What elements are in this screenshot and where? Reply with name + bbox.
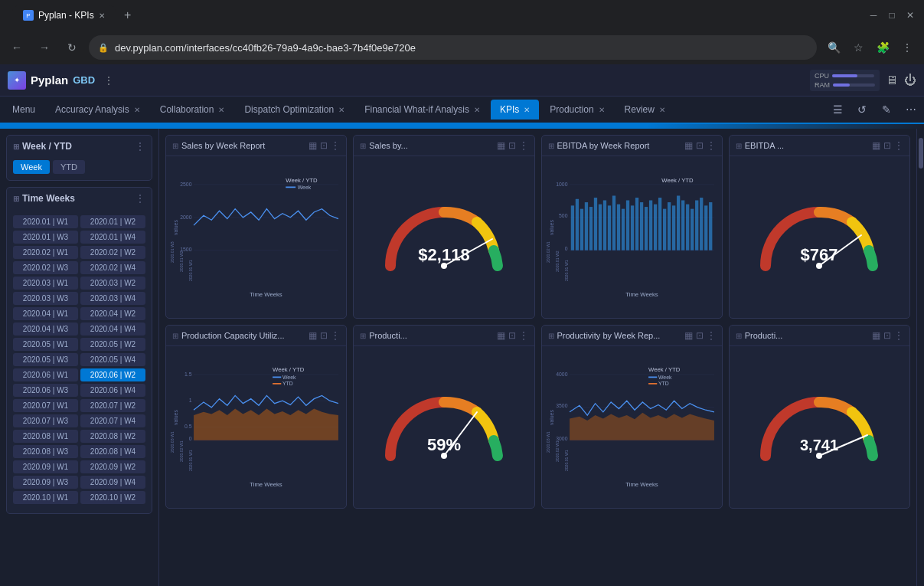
week-chip[interactable]: 2020.08 | W1	[13, 430, 78, 443]
gauge-more-icon[interactable]: ⋮	[519, 140, 528, 151]
card-table-icon[interactable]: ▦	[309, 140, 317, 151]
week-chip[interactable]: 2020.04 | W2	[80, 307, 145, 320]
producti-copy-icon[interactable]: ⊡	[508, 330, 516, 341]
ebitda-gauge-more-icon[interactable]: ⋮	[894, 140, 903, 151]
tab-dispatch-close[interactable]: ✕	[338, 106, 344, 114]
producti2-table-icon[interactable]: ▦	[872, 330, 880, 341]
ebitda-copy-icon[interactable]: ⊡	[696, 140, 704, 151]
minimize-btn[interactable]: ─	[866, 8, 881, 23]
producti-more-icon[interactable]: ⋮	[519, 330, 528, 341]
ebitda-more-icon[interactable]: ⋮	[707, 140, 716, 151]
menu-icon[interactable]: ⋮	[896, 37, 918, 58]
week-chip[interactable]: 2020.06 | W3	[13, 384, 78, 397]
card-more-icon[interactable]: ⋮	[331, 140, 340, 151]
tab-production-close[interactable]: ✕	[599, 106, 605, 114]
monitor-icon[interactable]: 🖥	[886, 74, 898, 87]
tab-refresh-btn[interactable]: ↺	[852, 100, 872, 119]
week-chip[interactable]: 2020.03 | W3	[13, 292, 78, 305]
search-icon[interactable]: 🔍	[823, 37, 844, 58]
right-scrollbar[interactable]	[916, 129, 924, 586]
ebitda-table-icon[interactable]: ▦	[684, 140, 693, 151]
week-chip[interactable]: 2020.02 | W2	[80, 246, 145, 259]
week-chip[interactable]: 2020.01 | W4	[80, 231, 145, 244]
week-chip[interactable]: 2020.09 | W1	[13, 460, 78, 473]
bookmark-icon[interactable]: ☆	[847, 37, 869, 58]
tab-financial[interactable]: Financial What-if Analysis ✕	[355, 100, 489, 119]
back-button[interactable]: ←	[6, 37, 28, 58]
producti2-more-icon[interactable]: ⋮	[894, 330, 903, 341]
productivity-table-icon[interactable]: ▦	[684, 330, 693, 341]
app-options-btn[interactable]: ⋮	[104, 75, 113, 86]
week-chip[interactable]: 2020.08 | W3	[13, 445, 78, 458]
prod-table-icon[interactable]: ▦	[309, 330, 317, 341]
week-chip[interactable]: 2020.04 | W4	[80, 322, 145, 336]
week-chip[interactable]: 2020.09 | W3	[13, 476, 78, 489]
tab-menu-toggle[interactable]: ☰	[828, 100, 847, 119]
browser-tab-active[interactable]: P Pyplan - KPIs ✕	[12, 5, 116, 25]
week-chip[interactable]: 2020.07 | W2	[80, 399, 145, 412]
producti2-copy-icon[interactable]: ⊡	[883, 330, 891, 341]
maximize-btn[interactable]: □	[884, 8, 900, 23]
week-chip[interactable]: 2020.04 | W3	[13, 322, 78, 336]
week-ytd-more[interactable]: ⋮	[135, 140, 145, 152]
week-chip[interactable]: 2020.01 | W1	[13, 215, 78, 228]
tab-edit-btn[interactable]: ✎	[877, 100, 896, 119]
week-chip[interactable]: 2020.05 | W2	[80, 338, 145, 351]
gauge-copy-icon[interactable]: ⊡	[508, 140, 516, 151]
week-chip[interactable]: 2020.06 | W4	[80, 384, 145, 397]
week-chip[interactable]: 2020.08 | W2	[80, 430, 145, 443]
refresh-button[interactable]: ↻	[61, 37, 83, 58]
producti-table-icon[interactable]: ▦	[497, 330, 505, 341]
week-chip[interactable]: 2020.10 | W1	[13, 491, 78, 504]
week-chip[interactable]: 2020.05 | W4	[80, 353, 145, 366]
week-chip[interactable]: 2020.09 | W4	[80, 476, 145, 489]
week-chip[interactable]: 2020.03 | W2	[80, 277, 145, 290]
gauge-table-icon[interactable]: ▦	[497, 140, 505, 151]
ytd-button[interactable]: YTD	[53, 160, 85, 174]
week-chip[interactable]: 2020.05 | W1	[13, 338, 78, 351]
tab-review[interactable]: Review ✕	[615, 100, 674, 119]
week-chip[interactable]: 2020.03 | W4	[80, 292, 145, 305]
tab-review-close[interactable]: ✕	[659, 106, 665, 114]
week-chip[interactable]: 2020.02 | W3	[13, 261, 78, 274]
week-chip[interactable]: 2020.07 | W1	[13, 399, 78, 412]
close-btn[interactable]: ✕	[903, 8, 918, 23]
week-chip[interactable]: 2020.02 | W4	[80, 261, 145, 274]
card-copy-icon[interactable]: ⊡	[320, 140, 328, 151]
week-chip[interactable]: 2020.06 | W2	[80, 368, 145, 381]
week-chip[interactable]: 2020.01 | W2	[80, 215, 145, 228]
week-button[interactable]: Week	[13, 160, 50, 174]
extensions-icon[interactable]: 🧩	[872, 37, 893, 58]
tab-close-btn[interactable]: ✕	[99, 11, 105, 20]
address-bar[interactable]: 🔒 dev.pyplan.com/interfaces/cc40fb26-79a…	[89, 35, 817, 60]
week-chip[interactable]: 2020.02 | W1	[13, 246, 78, 259]
tab-collaboration[interactable]: Collaboration ✕	[151, 100, 234, 119]
prod-more-icon[interactable]: ⋮	[331, 330, 340, 341]
productivity-copy-icon[interactable]: ⊡	[696, 330, 704, 341]
week-chip[interactable]: 2020.04 | W1	[13, 307, 78, 320]
tab-accuracy-close[interactable]: ✕	[134, 106, 140, 114]
week-chip[interactable]: 2020.07 | W4	[80, 414, 145, 427]
week-chip[interactable]: 2020.01 | W3	[13, 231, 78, 244]
logout-icon[interactable]: ⏻	[904, 74, 916, 87]
forward-button[interactable]: →	[34, 37, 55, 58]
tab-accuracy-analysis[interactable]: Accuracy Analysis ✕	[46, 100, 149, 119]
week-chip[interactable]: 2020.05 | W3	[13, 353, 78, 366]
week-chip[interactable]: 2020.03 | W1	[13, 277, 78, 290]
tab-more-btn[interactable]: ⋯	[901, 100, 921, 119]
week-chip[interactable]: 2020.09 | W2	[80, 460, 145, 473]
tab-production[interactable]: Production ✕	[540, 100, 613, 119]
tab-kpis-close[interactable]: ✕	[524, 106, 530, 114]
tab-menu[interactable]: Menu	[3, 100, 44, 119]
ebitda-gauge-table-icon[interactable]: ▦	[872, 140, 880, 151]
time-weeks-more[interactable]: ⋮	[135, 192, 145, 205]
week-chip[interactable]: 2020.06 | W1	[13, 368, 78, 381]
ebitda-gauge-copy-icon[interactable]: ⊡	[883, 140, 891, 151]
prod-copy-icon[interactable]: ⊡	[320, 330, 328, 341]
tab-kpis[interactable]: KPIs ✕	[491, 100, 539, 119]
new-tab-button[interactable]: +	[119, 6, 137, 25]
tab-dispatch-optimization[interactable]: Dispatch Optimization ✕	[235, 100, 354, 119]
week-chip[interactable]: 2020.07 | W3	[13, 414, 78, 427]
productivity-more-icon[interactable]: ⋮	[707, 330, 716, 341]
tab-collaboration-close[interactable]: ✕	[218, 106, 224, 114]
